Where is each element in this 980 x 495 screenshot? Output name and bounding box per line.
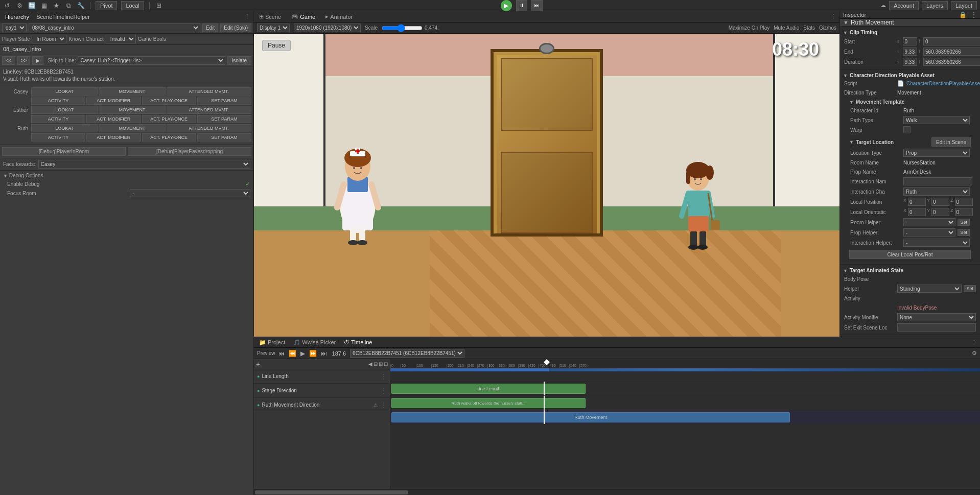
esther-attended-btn[interactable]: ATTENDED MVMT. bbox=[167, 106, 251, 114]
local-orient-x[interactable] bbox=[908, 208, 926, 216]
star-icon[interactable]: ★ bbox=[52, 2, 60, 10]
interaction-name-input[interactable] bbox=[903, 177, 972, 185]
face-towards-select[interactable]: Casey bbox=[38, 160, 250, 169]
scene-select[interactable]: 08/08_casey_intro bbox=[29, 23, 200, 32]
maximize-btn[interactable]: Maximize On Play bbox=[729, 25, 770, 31]
hierarchy-tab[interactable]: Hierarchy bbox=[3, 14, 31, 20]
clip-timing-header[interactable]: ▼ Clip Timing bbox=[840, 29, 980, 36]
line-length-clip[interactable]: Line Length bbox=[391, 384, 586, 394]
stage-direction-clip[interactable]: Ruth walks off towards the nurse's stati… bbox=[391, 398, 586, 408]
timeline-more-icon[interactable]: ⋮ bbox=[971, 339, 977, 346]
tl-zoom-in-btn[interactable]: ⊞ bbox=[379, 361, 383, 367]
refresh-icon[interactable]: 🔄 bbox=[28, 2, 36, 10]
start-s-input[interactable] bbox=[903, 37, 917, 45]
timeline-tab[interactable]: ⏱ Timeline bbox=[342, 339, 374, 345]
clear-local-btn[interactable]: Clear Local Pos/Rot bbox=[849, 250, 971, 259]
inspector-expand-icon[interactable]: ▼ bbox=[843, 19, 849, 26]
day-select[interactable]: day1 bbox=[2, 23, 27, 32]
esther-lookat-btn[interactable]: LOOKAT bbox=[31, 106, 98, 114]
ruth-movement-clip[interactable]: Ruth Movement bbox=[391, 412, 790, 422]
casey-attended-btn[interactable]: ATTENDED MVMT. bbox=[167, 87, 251, 96]
end-s-input[interactable] bbox=[903, 48, 917, 56]
casey-activity-btn[interactable]: ACTIVITY bbox=[31, 97, 85, 105]
center-tab-game[interactable]: 🎮 Game bbox=[289, 13, 317, 20]
inspector-lock-icon[interactable]: 🔒 bbox=[959, 11, 967, 18]
tl-next-btn[interactable]: ⏩ bbox=[308, 350, 318, 357]
esther-modifier-btn[interactable]: ACT. MODIFIER bbox=[86, 115, 141, 123]
set-exit-input[interactable] bbox=[897, 323, 976, 332]
display-select[interactable]: Display 1 bbox=[257, 23, 290, 32]
stats-btn[interactable]: Stats bbox=[803, 25, 815, 31]
tl-prev-btn[interactable]: ⏪ bbox=[288, 350, 297, 357]
esther-setparam-btn[interactable]: SET PARAM bbox=[197, 115, 251, 123]
scale-slider[interactable] bbox=[382, 24, 423, 32]
tl-start-btn[interactable]: ⏮ bbox=[277, 350, 286, 357]
scroll-thumb[interactable] bbox=[255, 490, 408, 494]
casey-playonce-btn[interactable]: ACT. PLAY-ONCE bbox=[142, 97, 196, 105]
ruth-movement-name[interactable]: Ruth Movement Direction bbox=[262, 402, 371, 408]
casey-modifier-btn[interactable]: ACT. MODIFIER bbox=[86, 97, 141, 105]
prop-helper-select[interactable]: - bbox=[903, 228, 955, 237]
ruth-attended-btn[interactable]: ATTENDED MVMT. bbox=[167, 124, 251, 132]
scene-timeline-tab[interactable]: SceneTimelineHelper bbox=[34, 14, 92, 20]
prop-helper-set-btn[interactable]: Set bbox=[958, 229, 970, 236]
stage-direction-menu-btn[interactable]: ⋮ bbox=[381, 387, 387, 394]
project-tab[interactable]: 📁 Project bbox=[257, 339, 287, 346]
local-pos-y[interactable] bbox=[931, 198, 949, 206]
line-length-menu-btn[interactable]: ⋮ bbox=[381, 373, 387, 380]
esther-movement-btn[interactable]: MOVEMENT bbox=[99, 106, 165, 114]
local-orient-y[interactable] bbox=[931, 208, 949, 216]
tl-zoom-out-btn[interactable]: ⊟ bbox=[374, 361, 378, 367]
esther-activity-btn[interactable]: ACTIVITY bbox=[31, 115, 85, 123]
hierarchy-options-icon[interactable]: ⋮ bbox=[245, 13, 250, 20]
local-pos-x[interactable] bbox=[908, 198, 926, 206]
movement-template-header[interactable]: ▼ Movement Template bbox=[846, 98, 974, 106]
wwise-picker-tab[interactable]: 🎵 Wwise Picker bbox=[291, 339, 338, 346]
pause-button[interactable]: ⏸ bbox=[516, 0, 527, 11]
local-orient-z[interactable] bbox=[955, 208, 973, 216]
prev-button[interactable]: << bbox=[2, 56, 15, 65]
interaction-cha-select[interactable]: Ruth bbox=[903, 187, 970, 196]
activity-modifier-select[interactable]: None bbox=[897, 313, 976, 321]
local-button[interactable]: Local bbox=[121, 1, 144, 10]
play-line-button[interactable]: ▶ bbox=[32, 56, 43, 65]
next-frame-button[interactable]: ⏭ bbox=[531, 0, 543, 11]
line-select[interactable]: Casey: Huh? <Trigger: 4s> bbox=[78, 56, 225, 65]
debug-player-inroom-btn[interactable]: [Debug]PlayerInRoom bbox=[2, 147, 126, 156]
gizmos-btn[interactable]: Gizmos bbox=[819, 25, 836, 31]
dur-s-input[interactable] bbox=[903, 58, 917, 66]
focus-room-select[interactable]: - bbox=[130, 189, 250, 197]
layers-icon-top[interactable]: ⧉ bbox=[64, 2, 73, 10]
ruth-modifier-btn[interactable]: ACT. MODIFIER bbox=[86, 133, 141, 142]
play-button[interactable]: ▶ bbox=[501, 0, 512, 11]
pivot-button[interactable]: Pivot bbox=[96, 1, 117, 10]
location-type-select[interactable]: Prop bbox=[903, 149, 970, 157]
ruth-lookat-btn[interactable]: LOOKAT bbox=[31, 124, 98, 132]
mute-btn[interactable]: Mute Audio bbox=[774, 25, 799, 31]
interaction-helper-select[interactable]: - bbox=[903, 239, 970, 247]
layers-button[interactable]: Layers bbox=[922, 1, 948, 10]
center-panel-more-icon[interactable]: ⋮ bbox=[831, 13, 836, 20]
center-tab-scene[interactable]: ⊞ Scene bbox=[257, 13, 283, 20]
script-value[interactable]: CharacterDirectionPlayableAsset bbox=[906, 81, 980, 86]
edit-button[interactable]: Edit bbox=[202, 23, 218, 32]
wrench-icon[interactable]: 🔧 bbox=[77, 2, 85, 10]
char-direction-header[interactable]: ▼ Character Direction Playable Asset bbox=[840, 72, 980, 79]
ruth-playonce-btn[interactable]: ACT. PLAY-ONCE bbox=[142, 133, 196, 142]
tl-end-btn[interactable]: ⏭ bbox=[320, 350, 328, 357]
line-length-name[interactable]: Line Length bbox=[262, 373, 379, 379]
local-pos-z[interactable] bbox=[955, 198, 973, 206]
player-state-select[interactable]: In Room bbox=[32, 35, 66, 43]
esther-playonce-btn[interactable]: ACT. PLAY-ONCE bbox=[142, 115, 196, 123]
grid-icon[interactable]: ▦ bbox=[40, 2, 48, 10]
pause-overlay-btn[interactable]: Pause bbox=[262, 40, 291, 51]
casey-lookat-btn[interactable]: LOOKAT bbox=[31, 87, 98, 96]
ruth-movement-menu-btn[interactable]: ⋮ bbox=[381, 402, 387, 409]
inspector-more-icon[interactable]: ⋮ bbox=[971, 11, 977, 18]
tl-track-ruth-movement[interactable]: Ruth Movement bbox=[390, 410, 980, 425]
dur-f-input[interactable] bbox=[923, 58, 980, 66]
tl-clip-select[interactable]: 6CB12EB8B22B7451 (6CB12EB8B22B7451) bbox=[350, 349, 464, 358]
target-animated-header[interactable]: ▼ Target Animated State bbox=[840, 267, 980, 274]
tl-fit-btn[interactable]: ⊡ bbox=[384, 361, 388, 367]
grid2-icon[interactable]: ⊞ bbox=[155, 2, 163, 10]
